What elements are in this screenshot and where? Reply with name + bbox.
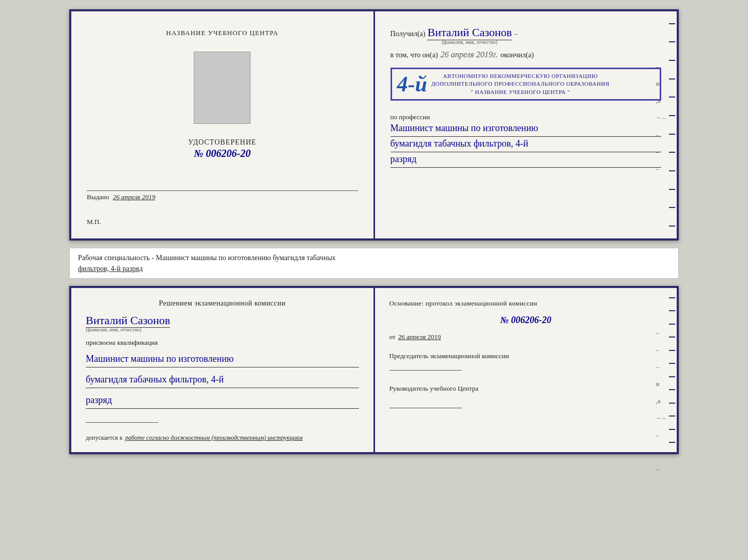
bottom-side-dash5: – [656, 449, 665, 456]
by-profession-label: по профессии [391, 113, 662, 121]
side-dash1: – [656, 63, 665, 71]
head-label: Руководитель учебного Центра [389, 384, 663, 393]
bottom-side-dash4: – [656, 431, 665, 439]
allowed-prefix: допускается к [86, 434, 122, 442]
mp-label: М.П. [87, 218, 101, 226]
issued-date: 26 апреля 2019 [113, 193, 155, 201]
qual-line2: бумагидля табачных фильтров, 4-й [86, 373, 359, 388]
spine-decoration [667, 11, 677, 238]
bottom-certificate: Решением экзаменационной комиссии Витали… [69, 286, 679, 454]
side-and: и [656, 80, 665, 88]
stamp-number: 4-й [397, 73, 427, 95]
from-prefix: от [389, 333, 396, 341]
received-line: Получил(а) Виталий Сазонов (фамилия, имя… [391, 26, 662, 45]
signature-name-block: Виталий Сазонов (фамилия, имя, отчество) [86, 314, 359, 332]
dash: – [514, 30, 518, 38]
head-sig-line [389, 408, 462, 408]
allowed-line: допускается к работе согласно должностны… [86, 434, 359, 442]
bottom-side-dash2: – [656, 346, 665, 354]
stamp-block: 4-й АВТОНОМНУЮ НЕКОММЕРЧЕСКУЮ ОРГАНИЗАЦИ… [391, 68, 662, 101]
in-that-date: 26 апреля 2019г. [441, 50, 498, 59]
chairman-sig-line [389, 370, 462, 371]
bottom-cert-right: Основание: протокол экзаменационной коми… [375, 288, 677, 452]
cert-title: УДОСТОВЕРЕНИЕ [188, 138, 256, 147]
qualification-label: присвоена квалификация [86, 339, 359, 347]
school-name-label: НАЗВАНИЕ УЧЕБНОГО ЦЕНТРА [166, 29, 278, 37]
cert-title-block: УДОСТОВЕРЕНИЕ № 006206-20 [188, 138, 256, 159]
decision-text: Решением экзаменационной комиссии [86, 299, 359, 308]
profession-line2: бумагидля табачных фильтров, 4-й [391, 137, 662, 152]
qual-line3: разряд [86, 393, 359, 409]
profession-line3: разряд [391, 152, 662, 168]
bottom-spine-decoration [667, 288, 677, 452]
bottom-side-dash3: – [656, 363, 665, 371]
received-prefix: Получил(а) [391, 30, 426, 38]
qual-line1: Машинист машины по изготовлению [86, 352, 359, 367]
issued-line: Выдано 26 апреля 2019 [87, 190, 358, 201]
chairman-block: Председатель экзаменационной комиссии [389, 351, 663, 371]
bottom-name: Виталий Сазонов [86, 314, 170, 328]
stamp-line1: АВТОНОМНУЮ НЕКОММЕРЧЕСКУЮ ОРГАНИЗАЦИЮ [431, 72, 610, 80]
bottom-side-comma-a: ,а [656, 397, 665, 405]
name-subtitle: (фамилия, имя, отчество) [442, 39, 497, 45]
bottom-side-and: и [656, 380, 665, 388]
profession-line1: Машинист машины по изготовлению [391, 121, 662, 137]
basis-text: Основание: протокол экзаменационной коми… [389, 299, 663, 308]
protocol-number: № 006206-20 [389, 315, 663, 326]
allowed-text: работе согласно должностным (производств… [125, 434, 303, 442]
side-dash4: – [656, 148, 665, 156]
bottom-side-dash1: – [656, 329, 665, 337]
bottom-name-subtitle: (фамилия, имя, отчество) [86, 327, 142, 332]
bottom-cert-left: Решением экзаменационной комиссии Витали… [71, 288, 375, 452]
signature-line-bottom [86, 422, 158, 423]
top-certificate: НАЗВАНИЕ УЧЕБНОГО ЦЕНТРА УДОСТОВЕРЕНИЕ №… [69, 9, 679, 241]
description-underline: фильтров, 4-й разряд [78, 265, 143, 273]
stamp-line2: ДОПОЛНИТЕЛЬНОГО ПРОФЕССИОНАЛЬНОГО ОБРАЗО… [431, 80, 610, 88]
date-from: от 26 апреля 2019 [389, 333, 663, 341]
description-text: Рабочая специальность - Машинист машины … [78, 254, 336, 262]
finished-label: окончил(а) [501, 51, 534, 59]
bottom-side-dash6: – [656, 466, 665, 473]
side-dash2: ←– [656, 114, 665, 122]
stamp-text: АВТОНОМНУЮ НЕКОММЕРЧЕСКУЮ ОРГАНИЗАЦИЮ ДО… [431, 72, 610, 96]
photo-placeholder [194, 52, 251, 124]
side-dash3: – [656, 131, 665, 139]
recipient-name: Виталий Сазонов [427, 26, 511, 40]
bottom-side-arrow: ←– [656, 414, 665, 422]
from-date: 26 апреля 2019 [398, 333, 441, 341]
side-dash5: – [656, 165, 665, 173]
top-cert-right: Получил(а) Виталий Сазонов (фамилия, имя… [375, 11, 677, 238]
stamp-line3: " НАЗВАНИЕ УЧЕБНОГО ЦЕНТРА " [431, 88, 610, 96]
cert-number: № 006206-20 [188, 148, 256, 159]
in-that-line: в том, что он(а) 26 апреля 2019г. окончи… [391, 50, 662, 59]
top-cert-left: НАЗВАНИЕ УЧЕБНОГО ЦЕНТРА УДОСТОВЕРЕНИЕ №… [71, 11, 375, 238]
in-that-prefix: в том, что он(а) [391, 51, 438, 59]
issued-label: Выдано [87, 193, 109, 201]
side-comma-a: ,а [656, 97, 665, 105]
chairman-label: Председатель экзаменационной комиссии [389, 351, 663, 361]
description-bar: Рабочая специальность - Машинист машины … [69, 248, 679, 279]
